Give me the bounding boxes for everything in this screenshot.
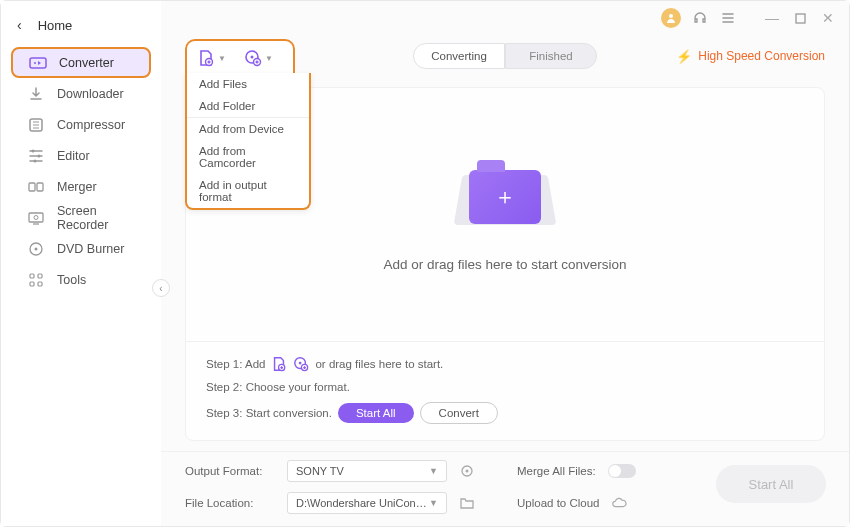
cloud-icon[interactable]	[611, 495, 627, 511]
file-location-label: File Location:	[185, 497, 275, 509]
sidebar: ‹ Home Converter Downloader Compressor E…	[1, 1, 161, 526]
step-3: Step 3: Start conversion. Start All Conv…	[206, 402, 804, 424]
step2-text: Step 2: Choose your format.	[206, 381, 350, 393]
svg-rect-7	[37, 183, 43, 191]
menu-icon[interactable]	[719, 9, 737, 27]
merger-icon	[27, 178, 45, 196]
sidebar-item-label: Downloader	[57, 87, 124, 101]
svg-point-9	[34, 215, 38, 219]
svg-point-20	[250, 56, 253, 59]
dropdown-item-add-files[interactable]: Add Files	[187, 73, 309, 95]
bolt-icon: ⚡	[676, 49, 692, 64]
output-format-label: Output Format:	[185, 465, 275, 477]
maximize-button[interactable]	[791, 9, 809, 27]
sidebar-item-label: Screen Recorder	[57, 204, 135, 232]
back-home[interactable]: ‹ Home	[1, 9, 161, 41]
minimize-button[interactable]: —	[763, 9, 781, 27]
sidebar-item-label: Merger	[57, 180, 97, 194]
chevron-down-icon: ▼	[429, 498, 438, 508]
upload-cloud-label: Upload to Cloud	[517, 497, 599, 509]
plus-icon: ＋	[494, 182, 516, 212]
add-button-group: ▼ ▼ Add Files Add Folder Add from Device…	[185, 39, 295, 73]
step-2: Step 2: Choose your format.	[206, 381, 804, 393]
sidebar-item-screen-recorder[interactable]: Screen Recorder	[11, 202, 151, 233]
sidebar-item-label: Compressor	[57, 118, 125, 132]
convert-button[interactable]: Convert	[420, 402, 498, 424]
tools-icon	[27, 271, 45, 289]
file-location-select[interactable]: D:\Wondershare UniConverter 1 ▼	[287, 492, 447, 514]
tab-converting[interactable]: Converting	[413, 43, 505, 69]
settings-gear-icon[interactable]	[459, 463, 475, 479]
start-all-button[interactable]: Start All	[716, 465, 826, 503]
svg-rect-12	[30, 274, 34, 278]
chevron-down-icon: ▼	[218, 54, 226, 63]
svg-rect-8	[29, 213, 43, 222]
svg-point-16	[669, 14, 673, 18]
sidebar-collapse-button[interactable]: ‹	[152, 279, 170, 297]
top-toolbar: ▼ ▼ Add Files Add Folder Add from Device…	[161, 35, 849, 77]
tab-segment: Converting Finished	[413, 43, 597, 69]
sidebar-item-label: Tools	[57, 273, 86, 287]
main-area: — ✕ ▼ ▼ Add Files Add Folder	[161, 1, 849, 526]
svg-rect-17	[796, 14, 805, 23]
merge-label: Merge All Files:	[517, 465, 596, 477]
sidebar-item-compressor[interactable]: Compressor	[11, 109, 151, 140]
high-speed-label: High Speed Conversion	[698, 49, 825, 63]
add-file-icon	[271, 356, 287, 372]
svg-point-4	[38, 154, 41, 157]
bottom-bar: Output Format: SONY TV ▼ Merge All Files…	[161, 451, 849, 526]
add-dropdown: Add Files Add Folder Add from Device Add…	[185, 73, 311, 210]
sidebar-item-dvd-burner[interactable]: DVD Burner	[11, 233, 151, 264]
step1-text-post: or drag files here to start.	[315, 358, 443, 370]
dropdown-item-add-folder[interactable]: Add Folder	[187, 95, 309, 117]
svg-point-27	[466, 470, 469, 473]
dropdown-item-add-camcorder[interactable]: Add from Camcorder	[187, 140, 309, 174]
home-label: Home	[38, 18, 73, 33]
folder-illustration: ＋	[450, 157, 560, 237]
sidebar-item-tools[interactable]: Tools	[11, 264, 151, 295]
svg-rect-13	[38, 274, 42, 278]
chevron-down-icon: ▼	[265, 54, 273, 63]
svg-point-1	[34, 62, 36, 64]
step3-text: Step 3: Start conversion.	[206, 407, 332, 419]
converter-icon	[29, 54, 47, 72]
steps-area: Step 1: Add or drag files here to start.…	[186, 341, 824, 440]
tab-finished[interactable]: Finished	[505, 43, 597, 69]
svg-point-3	[32, 149, 35, 152]
high-speed-conversion[interactable]: ⚡ High Speed Conversion	[676, 49, 825, 64]
output-format-value: SONY TV	[296, 465, 344, 477]
sidebar-item-downloader[interactable]: Downloader	[11, 78, 151, 109]
user-avatar[interactable]	[661, 8, 681, 28]
add-dvd-icon	[293, 356, 309, 372]
step1-text-pre: Step 1: Add	[206, 358, 265, 370]
titlebar: — ✕	[161, 1, 849, 35]
back-icon: ‹	[17, 17, 22, 33]
headset-icon[interactable]	[691, 9, 709, 27]
merge-toggle[interactable]	[608, 464, 636, 478]
sidebar-item-merger[interactable]: Merger	[11, 171, 151, 202]
svg-point-5	[34, 159, 37, 162]
start-all-button-small[interactable]: Start All	[338, 403, 414, 423]
drop-prompt: Add or drag files here to start conversi…	[383, 257, 626, 272]
file-location-value: D:\Wondershare UniConverter 1	[296, 497, 429, 509]
chevron-down-icon: ▼	[429, 466, 438, 476]
svg-rect-14	[30, 282, 34, 286]
downloader-icon	[27, 85, 45, 103]
add-dvd-icon	[244, 49, 262, 67]
close-button[interactable]: ✕	[819, 9, 837, 27]
dvd-burner-icon	[27, 240, 45, 258]
add-file-button[interactable]: ▼	[197, 49, 226, 67]
sidebar-item-converter[interactable]: Converter	[11, 47, 151, 78]
dropdown-item-add-output-format[interactable]: Add in output format	[187, 174, 309, 208]
svg-rect-6	[29, 183, 35, 191]
dropdown-item-add-device[interactable]: Add from Device	[187, 118, 309, 140]
add-dvd-button[interactable]: ▼	[244, 49, 273, 67]
editor-icon	[27, 147, 45, 165]
svg-point-24	[299, 362, 302, 365]
svg-rect-15	[38, 282, 42, 286]
open-folder-icon[interactable]	[459, 495, 475, 511]
sidebar-item-label: Converter	[59, 56, 114, 70]
output-format-select[interactable]: SONY TV ▼	[287, 460, 447, 482]
sidebar-item-label: DVD Burner	[57, 242, 124, 256]
sidebar-item-editor[interactable]: Editor	[11, 140, 151, 171]
